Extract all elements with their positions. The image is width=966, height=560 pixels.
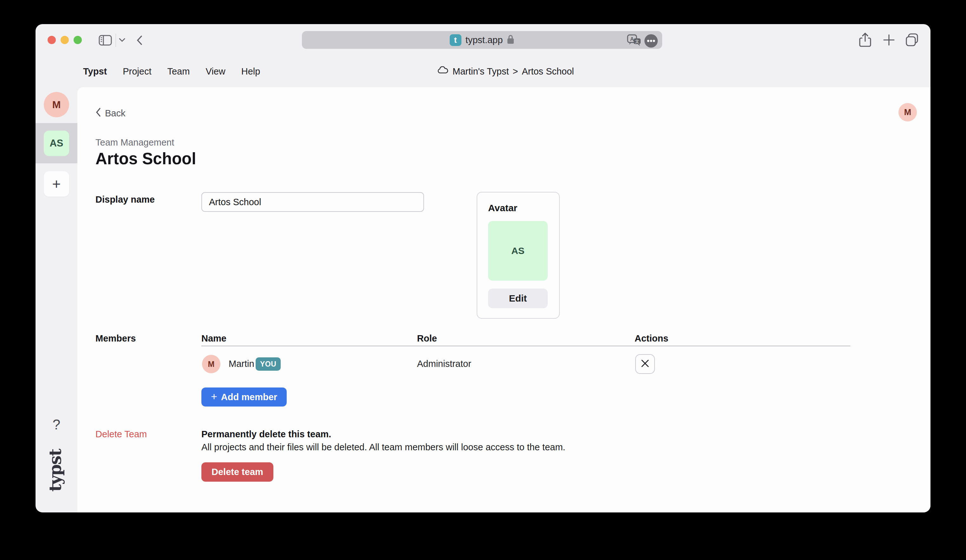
lock-icon	[507, 34, 514, 46]
plus-icon: +	[211, 390, 217, 403]
app-menubar: Typst Project Team View Help Martin's Ty…	[36, 56, 930, 87]
section-label: Team Management	[95, 137, 174, 148]
chevron-down-icon[interactable]	[118, 38, 126, 43]
account-initial: M	[904, 107, 912, 117]
breadcrumb-separator: >	[513, 66, 518, 77]
delete-headline: Permanently delete this team.	[201, 429, 331, 440]
address-bar-content: t typst.app	[302, 31, 662, 49]
user-initial: M	[53, 99, 61, 111]
new-tab-icon[interactable]	[882, 33, 895, 48]
breadcrumb: Martin's Typst > Artos School	[437, 56, 574, 87]
url-text: typst.app	[465, 35, 503, 45]
add-member-button[interactable]: + Add member	[201, 388, 287, 407]
column-header-actions: Actions	[634, 333, 668, 344]
browser-toolbar: t typst.app A 文	[36, 24, 930, 56]
sidebar-item-user-workspace[interactable]: M	[44, 92, 69, 117]
page-settings-icon[interactable]	[644, 34, 658, 48]
you-badge: YOU	[256, 357, 281, 371]
toolbar-divider	[115, 34, 116, 47]
minimize-window-button[interactable]	[61, 36, 69, 44]
back-button[interactable]: Back	[95, 107, 125, 120]
edit-avatar-button[interactable]: Edit	[488, 289, 548, 308]
breadcrumb-team[interactable]: Artos School	[522, 66, 574, 77]
menu-team[interactable]: Team	[167, 66, 190, 77]
breadcrumb-project[interactable]: Martin's Typst	[453, 66, 509, 77]
site-favicon: t	[450, 34, 462, 46]
address-bar-actions: A 文	[627, 33, 658, 49]
account-avatar[interactable]: M	[899, 103, 917, 122]
cloud-icon	[437, 66, 449, 77]
svg-text:文: 文	[635, 39, 639, 44]
delete-team-button[interactable]: Delete team	[201, 462, 273, 482]
remove-member-button[interactable]	[635, 354, 655, 374]
menu-typst[interactable]: Typst	[83, 66, 107, 77]
column-header-role: Role	[417, 333, 437, 344]
menu-help[interactable]: Help	[242, 66, 260, 77]
browser-back-icon[interactable]	[136, 35, 143, 47]
zoom-window-button[interactable]	[74, 36, 82, 44]
close-window-button[interactable]	[48, 36, 56, 44]
column-header-name: Name	[201, 333, 227, 344]
plus-icon: +	[53, 175, 61, 192]
back-label: Back	[105, 108, 125, 118]
member-role: Administrator	[417, 359, 471, 369]
typst-wordmark: typst	[46, 449, 65, 491]
close-icon	[641, 359, 649, 369]
team-avatar-preview: AS	[488, 221, 548, 281]
typst-logo: typst	[38, 448, 72, 493]
menu-list: Typst Project Team View Help	[83, 56, 260, 87]
help-button[interactable]: ?	[36, 417, 77, 432]
translate-icon[interactable]: A 文	[627, 33, 642, 49]
member-name: Martin	[228, 359, 255, 369]
avatar-card: Avatar AS Edit	[476, 192, 560, 319]
delete-team-label: Delete Team	[95, 429, 147, 440]
sidebar-item-team-workspace[interactable]: AS	[44, 131, 69, 156]
svg-text:A: A	[630, 36, 634, 42]
delete-description: All projects and their files will be del…	[201, 442, 565, 453]
avatar-card-title: Avatar	[488, 203, 517, 213]
team-avatar-initials: AS	[511, 245, 524, 256]
share-icon[interactable]	[858, 32, 872, 49]
chevron-left-icon	[95, 107, 101, 119]
menu-view[interactable]: View	[205, 66, 225, 77]
member-avatar: M	[202, 355, 220, 373]
page-title: Artos School	[95, 149, 196, 168]
members-label: Members	[95, 333, 136, 344]
add-workspace-button[interactable]: +	[44, 171, 69, 197]
address-bar[interactable]: t typst.app A 文	[302, 31, 662, 49]
display-name-label: Display name	[95, 194, 155, 205]
team-initials: AS	[49, 138, 63, 149]
sidebar-toggle-icon[interactable]	[99, 35, 112, 47]
add-member-label: Add member	[221, 392, 277, 402]
table-header-divider	[201, 346, 850, 346]
tab-overview-icon[interactable]	[905, 32, 920, 49]
main-content: Back M Team Management Artos School Disp…	[77, 87, 930, 512]
member-initial: M	[208, 360, 215, 369]
display-name-input[interactable]	[201, 192, 424, 212]
menu-project[interactable]: Project	[123, 66, 151, 77]
browser-window: t typst.app A 文	[36, 24, 930, 512]
